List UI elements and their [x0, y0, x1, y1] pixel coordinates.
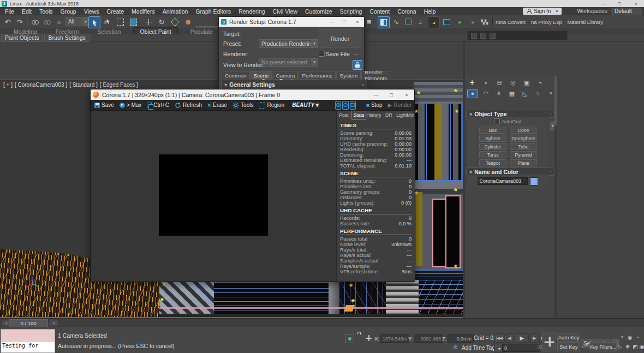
use-pivot-center-icon[interactable]: [182, 16, 193, 27]
menu-file[interactable]: File: [1, 8, 18, 15]
zoom-in-icon[interactable]: ⊕: [335, 101, 341, 110]
docked-tool-icon[interactable]: [490, 33, 496, 39]
render-setup-tab-camera[interactable]: Camera: [273, 71, 299, 79]
browse-button[interactable]: ...: [354, 50, 358, 56]
motion-tab-icon[interactable]: ◎: [508, 79, 518, 87]
general-settings-rollout[interactable]: ▾ General Settings ×: [221, 80, 367, 89]
render-iterative-icon[interactable]: ◕: [467, 16, 478, 27]
object-type-pyramid[interactable]: Pyramid: [510, 151, 537, 158]
zoom-fit-icon[interactable]: ⊡: [350, 101, 356, 110]
autogrid-checkbox[interactable]: [494, 118, 500, 124]
menu-create[interactable]: Create: [103, 8, 128, 15]
modify-tab-icon[interactable]: ◖: [481, 79, 491, 87]
undo-icon[interactable]: ↶: [2, 16, 13, 27]
select-and-scale-icon[interactable]: [169, 16, 180, 27]
menu-edit[interactable]: Edit: [18, 8, 35, 15]
redo-icon[interactable]: ↷: [14, 16, 25, 27]
add-time-tag[interactable]: Add Time Tag: [462, 345, 495, 351]
menu-rendering[interactable]: Rendering: [235, 8, 269, 15]
key-mode-toggle-icon[interactable]: ⌐¬: [582, 343, 588, 349]
set-keys-button[interactable]: [542, 332, 556, 351]
y-coordinate-field[interactable]: -3082,488: [414, 334, 443, 343]
maximize-icon[interactable]: □: [611, 1, 628, 7]
next-key-button[interactable]: |▶: [530, 333, 538, 343]
render-production-icon[interactable]: ◕: [454, 16, 465, 27]
ribbon-subtab-paint-objects[interactable]: Paint Objects: [1, 34, 43, 42]
maximize-icon[interactable]: □: [384, 92, 399, 98]
vfb-tab-history[interactable]: History: [366, 111, 381, 119]
render-button[interactable]: Render: [319, 29, 361, 47]
object-type-teapot[interactable]: Teapot: [479, 159, 506, 166]
vfb-tab-dr[interactable]: DR: [382, 111, 397, 119]
vfb-canvas[interactable]: [91, 111, 336, 282]
object-color-swatch[interactable]: [530, 177, 538, 186]
vfb-region-button[interactable]: Region: [256, 100, 287, 110]
render-setup-tab-render-elements[interactable]: Render Elements: [361, 71, 390, 79]
menu-content[interactable]: Content: [366, 8, 393, 15]
object-type-box[interactable]: Box: [479, 127, 506, 134]
menu-modifiers[interactable]: Modifiers: [128, 8, 159, 15]
vfb-send-to-max-button[interactable]: > Max: [117, 100, 145, 110]
menu-help[interactable]: Help: [420, 8, 440, 15]
state-sets-icon[interactable]: ▚▚: [480, 17, 489, 26]
vfb-channel-dropdown[interactable]: BEAUTY ▼: [289, 101, 332, 109]
minimize-icon[interactable]: —: [595, 1, 611, 7]
select-and-link-icon[interactable]: [29, 16, 40, 27]
viewport-shading-label[interactable]: [ Edged Faces ]: [100, 82, 138, 88]
go-to-start-button[interactable]: |◀◀: [494, 333, 505, 343]
isolate-selection-icon[interactable]: [345, 334, 354, 343]
transform-gizmo-icon[interactable]: [366, 335, 372, 341]
utilities-tab-icon[interactable]: ⌁: [535, 79, 545, 87]
select-and-rotate-icon[interactable]: ↻: [156, 16, 167, 27]
object-type-cylinder[interactable]: Cylinder: [479, 143, 506, 150]
menu-corona[interactable]: Corona: [393, 8, 420, 15]
workspaces-dropdown[interactable]: Default: [611, 8, 642, 15]
bind-to-space-warp-icon[interactable]: ≋: [53, 16, 64, 27]
select-by-name-icon[interactable]: ≡: [102, 16, 112, 27]
preset-dropdown[interactable]: No preset selected ▼: [259, 58, 318, 67]
corona-shelf-button[interactable]: Material Library: [567, 19, 603, 25]
unlink-selection-icon[interactable]: [41, 16, 52, 27]
viewport-menu-plus[interactable]: [ + ]: [3, 82, 13, 88]
play-button[interactable]: ▶: [515, 333, 529, 343]
time-slider[interactable]: 0 / 100: [9, 319, 48, 327]
crossing-selection-icon[interactable]: [128, 16, 139, 27]
create-tab-icon[interactable]: +: [467, 79, 477, 87]
menu-civil-view[interactable]: Civil View: [269, 8, 301, 15]
vfb-copy-button[interactable]: Ctrl+C: [144, 100, 172, 110]
object-type-plane[interactable]: Plane: [510, 159, 537, 166]
spacewarps-category-icon[interactable]: ≈: [533, 89, 543, 98]
zoom-out-icon[interactable]: ⊖: [342, 101, 348, 110]
close-icon[interactable]: ×: [351, 19, 364, 25]
hierarchy-tab-icon[interactable]: ⊟: [494, 79, 504, 87]
menu-views[interactable]: Views: [80, 8, 103, 15]
previous-key-button[interactable]: ◀|: [506, 333, 514, 343]
menu-tools[interactable]: Tools: [35, 8, 57, 15]
corona-shelf-button[interactable]: rona Convert: [496, 19, 526, 25]
x-coordinate-field[interactable]: 1874,548m: [380, 334, 409, 343]
docked-tool-icon[interactable]: [471, 33, 477, 39]
vfb-save-button[interactable]: Save: [92, 100, 117, 110]
material-editor-icon[interactable]: ⊥: [415, 16, 426, 27]
render-setup-icon[interactable]: ◕: [428, 16, 440, 28]
z-coordinate-field[interactable]: 0,0mm: [448, 334, 474, 343]
object-type-torus[interactable]: Torus: [479, 151, 506, 158]
rendered-frame-window-icon[interactable]: [441, 16, 452, 27]
viewport-pov-label[interactable]: [ CoronaCamera003 ]: [15, 82, 67, 88]
vfb-stop-button[interactable]: ■ Stop: [363, 100, 385, 110]
target-dropdown[interactable]: Production Rendering Mode ▼: [259, 39, 318, 48]
sign-in-button[interactable]: Sign In ▼: [523, 8, 562, 15]
menu-group[interactable]: Group: [57, 8, 80, 15]
shapes-category-icon[interactable]: ◠: [481, 89, 491, 98]
menu-graph-editors[interactable]: Graph Editors: [192, 8, 235, 15]
maxscript-mini-listener[interactable]: Testing for: [1, 329, 55, 353]
current-frame-field[interactable]: 0: [502, 344, 540, 352]
menu-customize[interactable]: Customize: [301, 8, 336, 15]
minimize-icon[interactable]: —: [368, 92, 384, 98]
layer-manager-icon[interactable]: ≣: [363, 16, 374, 27]
select-and-move-icon[interactable]: [143, 16, 154, 27]
lights-category-icon[interactable]: ☀: [494, 89, 504, 98]
vfb-erase-button[interactable]: × Erase: [205, 100, 230, 110]
listener-macro-pane[interactable]: [1, 330, 55, 342]
menu-animation[interactable]: Animation: [159, 8, 192, 15]
